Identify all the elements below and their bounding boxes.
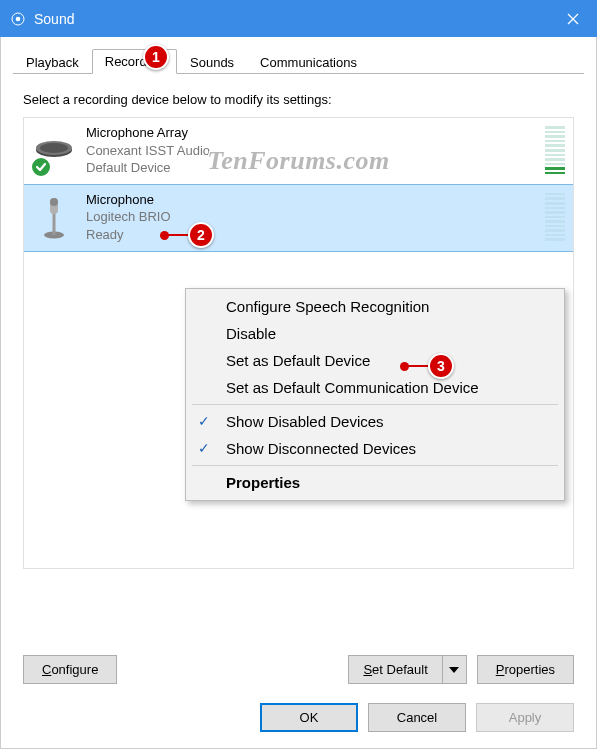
- callout-badge-2: 2: [188, 222, 214, 248]
- device-name: Microphone Array: [86, 124, 535, 142]
- cm-separator: [192, 404, 558, 405]
- level-meter: [545, 191, 565, 243]
- window-title: Sound: [34, 11, 74, 27]
- callout-badge-1: 1: [143, 44, 169, 70]
- level-meter: [545, 124, 565, 176]
- context-menu: Configure Speech Recognition Disable Set…: [185, 288, 565, 501]
- check-icon: ✓: [198, 413, 210, 429]
- cancel-button[interactable]: Cancel: [368, 703, 466, 732]
- set-default-button[interactable]: Set Default: [348, 655, 466, 684]
- ok-button[interactable]: OK: [260, 703, 358, 732]
- cm-show-disconnected[interactable]: ✓ Show Disconnected Devices: [188, 435, 562, 462]
- device-icon: [32, 124, 76, 176]
- callout-line: [408, 365, 430, 367]
- device-icon: [32, 191, 76, 243]
- check-icon: ✓: [198, 440, 210, 456]
- apply-button[interactable]: Apply: [476, 703, 574, 732]
- svg-point-1: [16, 16, 21, 21]
- group-button-row: Configure Set Default Properties: [23, 655, 574, 684]
- dialog-button-row: OK Cancel Apply: [260, 703, 574, 732]
- svg-point-6: [40, 143, 68, 153]
- svg-rect-10: [50, 198, 58, 206]
- device-row[interactable]: Microphone Logitech BRIO Ready: [23, 184, 574, 253]
- tab-playback[interactable]: Playback: [13, 50, 92, 74]
- cm-configure-speech[interactable]: Configure Speech Recognition: [188, 293, 562, 320]
- device-info: Microphone Array Conexant ISST Audio Def…: [86, 122, 535, 179]
- device-name: Microphone: [86, 191, 535, 209]
- app-icon: [10, 11, 26, 27]
- cm-show-disabled[interactable]: ✓ Show Disabled Devices: [188, 408, 562, 435]
- titlebar: Sound: [0, 0, 597, 37]
- device-subtitle: Conexant ISST Audio: [86, 142, 535, 160]
- cm-set-default[interactable]: Set as Default Device: [188, 347, 562, 374]
- cm-set-default-comm[interactable]: Set as Default Communication Device: [188, 374, 562, 401]
- cm-disable[interactable]: Disable: [188, 320, 562, 347]
- svg-rect-8: [53, 213, 56, 235]
- tab-communications[interactable]: Communications: [247, 50, 370, 74]
- set-default-dropdown[interactable]: [442, 656, 466, 683]
- device-status: Default Device: [86, 159, 535, 177]
- mic-stand-icon: [34, 201, 74, 233]
- device-info: Microphone Logitech BRIO Ready: [86, 189, 535, 246]
- cm-separator: [192, 465, 558, 466]
- device-status: Ready: [86, 226, 535, 244]
- tab-sounds[interactable]: Sounds: [177, 50, 247, 74]
- default-check-icon: [30, 156, 52, 178]
- callout-dot: [160, 231, 169, 240]
- device-subtitle: Logitech BRIO: [86, 208, 535, 226]
- callout-dot: [400, 362, 409, 371]
- device-row[interactable]: Microphone Array Conexant ISST Audio Def…: [24, 118, 573, 185]
- close-button[interactable]: [549, 0, 597, 37]
- callout-line: [168, 234, 190, 236]
- svg-marker-11: [449, 667, 459, 673]
- instruction-text: Select a recording device below to modif…: [23, 92, 574, 107]
- configure-button[interactable]: Configure: [23, 655, 117, 684]
- callout-badge-3: 3: [428, 353, 454, 379]
- tab-strip: Playback Recording Sounds Communications: [13, 47, 584, 74]
- cm-properties[interactable]: Properties: [188, 469, 562, 496]
- properties-button[interactable]: Properties: [477, 655, 574, 684]
